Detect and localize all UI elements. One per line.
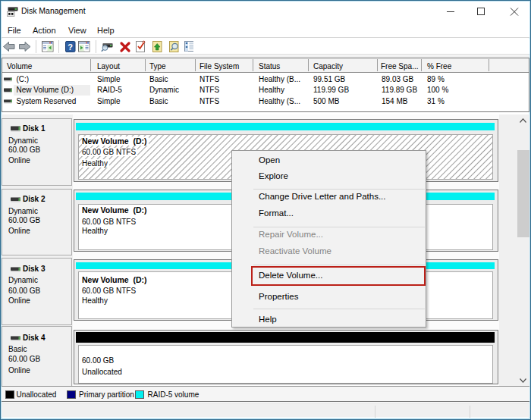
svg-text:?: ?: [68, 42, 73, 52]
